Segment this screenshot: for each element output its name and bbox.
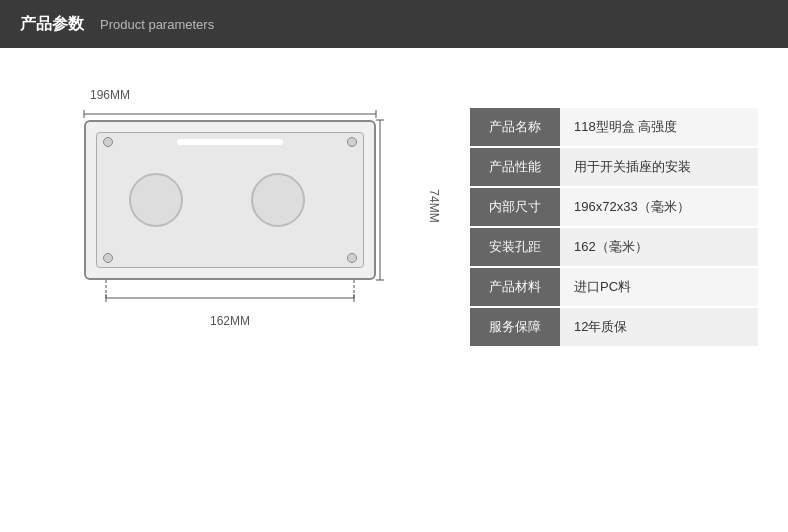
header-title-cn: 产品参数 — [20, 14, 84, 35]
dim-right-label: 74MM — [426, 189, 440, 222]
spec-row: 产品名称118型明盒 高强度 — [470, 108, 758, 146]
spec-row: 服务保障12年质保 — [470, 308, 758, 346]
box-outer — [84, 120, 376, 280]
dim-bottom-label: 162MM — [210, 314, 250, 328]
spec-label: 产品材料 — [470, 268, 560, 306]
specs-section: 产品名称118型明盒 高强度产品性能用于开关插座的安装内部尺寸196x72x33… — [470, 108, 758, 346]
highlight-strip — [177, 139, 283, 145]
box-inner — [96, 132, 364, 268]
knockout-right — [251, 173, 305, 227]
screw-br — [347, 253, 357, 263]
screw-bl — [103, 253, 113, 263]
dim-top-label: 196MM — [90, 88, 130, 102]
spec-row: 内部尺寸196x72x33（毫米） — [470, 188, 758, 226]
spec-value: 118型明盒 高强度 — [560, 108, 758, 146]
header-bar: 产品参数 Product parameters — [0, 0, 788, 48]
spec-label: 服务保障 — [470, 308, 560, 346]
screw-tr — [347, 137, 357, 147]
product-diagram: 74MM — [70, 106, 390, 306]
spec-value: 162（毫米） — [560, 228, 758, 266]
knockout-left — [129, 173, 183, 227]
header-title-en: Product parameters — [100, 17, 214, 32]
spec-label: 产品性能 — [470, 148, 560, 186]
spec-row: 产品性能用于开关插座的安装 — [470, 148, 758, 186]
main-content: 196MM — [0, 48, 788, 532]
diagram-section: 196MM — [30, 78, 430, 328]
spec-label: 安装孔距 — [470, 228, 560, 266]
spec-row: 安装孔距162（毫米） — [470, 228, 758, 266]
spec-value: 196x72x33（毫米） — [560, 188, 758, 226]
spec-label: 内部尺寸 — [470, 188, 560, 226]
spec-value: 用于开关插座的安装 — [560, 148, 758, 186]
spec-row: 产品材料进口PC料 — [470, 268, 758, 306]
spec-label: 产品名称 — [470, 108, 560, 146]
spec-value: 进口PC料 — [560, 268, 758, 306]
spec-value: 12年质保 — [560, 308, 758, 346]
screw-tl — [103, 137, 113, 147]
